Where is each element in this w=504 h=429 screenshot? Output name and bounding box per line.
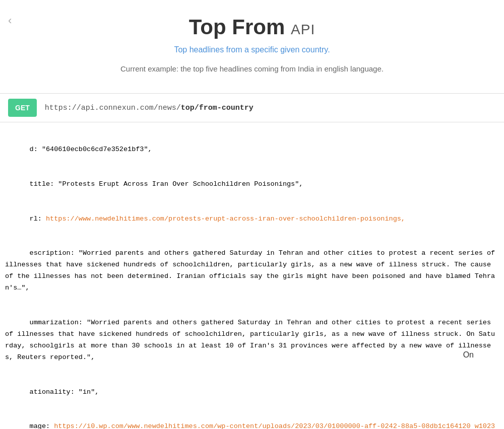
- code-summarization-line: ummarization: "Worried parents and other…: [5, 306, 499, 375]
- description: Current example: the top five headlines …: [10, 64, 494, 73]
- page-title: Top From API: [10, 15, 494, 39]
- code-section: d: "640610ecb0c6cd7e352e1bf3", title: "P…: [0, 122, 504, 429]
- endpoint-url: https://api.connexun.com/news/top/from-c…: [45, 97, 504, 119]
- code-url-line: rl: https://www.newdelhitimes.com/protes…: [5, 202, 499, 237]
- code-description-line: escription: "Worried parents and others …: [5, 236, 499, 306]
- code-id-line: d: "640610ecb0c6cd7e352e1bf3",: [5, 132, 499, 167]
- endpoint-bar: GET https://api.connexun.com/news/top/fr…: [0, 93, 504, 122]
- api-label: API: [291, 22, 315, 37]
- code-image-line: mage: https://i0.wp.com/www.newdelhitime…: [5, 410, 499, 430]
- on-toggle[interactable]: On: [463, 350, 474, 360]
- header-section: Top From API Top headlines from a specif…: [0, 0, 504, 93]
- get-badge[interactable]: GET: [8, 99, 37, 117]
- code-title-line: title: "Protests Erupt Across Iran Over …: [5, 167, 499, 202]
- back-arrow[interactable]: ‹: [8, 14, 12, 27]
- subtitle: Top headlines from a specific given coun…: [10, 45, 494, 54]
- code-nationality-line: ationality: "in",: [5, 375, 499, 410]
